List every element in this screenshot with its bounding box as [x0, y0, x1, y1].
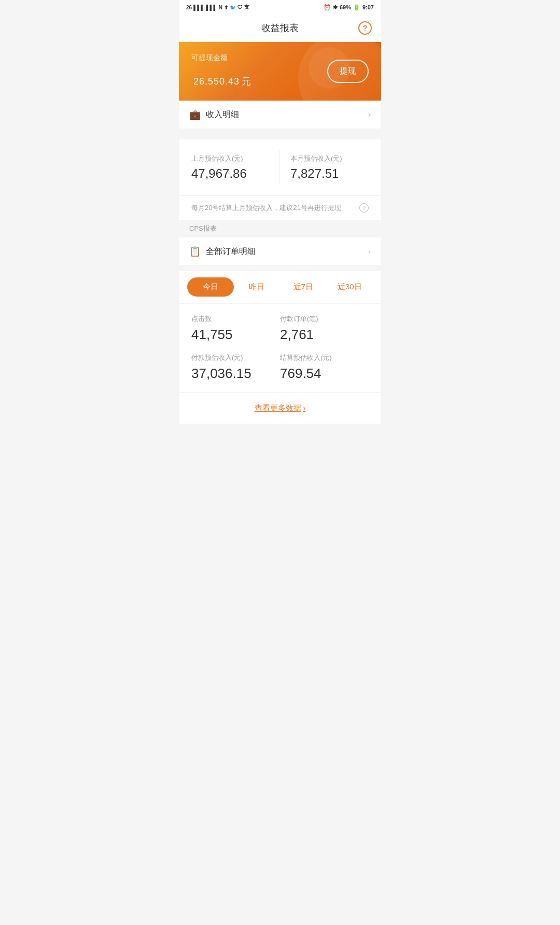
last-month-stat: 上月预估收入(元) 47,967.86	[191, 150, 280, 185]
nfc-icon: N	[219, 5, 222, 10]
battery-icon: 🔋	[353, 4, 360, 11]
banner-left: 可提现金额 26,550.43元	[191, 53, 251, 89]
clicks-item: 点击数 41,755	[191, 314, 280, 343]
time-text: 9:07	[362, 4, 374, 10]
order-icon: 📋	[189, 246, 201, 257]
tabs-row: 今日 昨日 近7日 近30日	[179, 271, 381, 303]
notice-help-button[interactable]: ?	[359, 203, 369, 213]
income-detail-label: 收入明细	[206, 109, 368, 120]
tab-yesterday[interactable]: 昨日	[234, 277, 281, 297]
last-month-value: 47,967.86	[191, 166, 269, 181]
tab-30days[interactable]: 近30日	[327, 277, 373, 297]
income-icon: 💼	[189, 109, 201, 120]
order-detail-arrow: ›	[368, 247, 371, 256]
estimated-label: 付款预估收入(元)	[191, 353, 280, 362]
orders-label: 付款订单(笔)	[280, 314, 369, 324]
help-button[interactable]: ?	[358, 21, 372, 35]
divider-2	[179, 266, 381, 271]
signal-bars: ▌▌▌	[193, 5, 204, 10]
settled-label: 结算预估收入(元)	[280, 353, 369, 362]
tab-today[interactable]: 今日	[187, 277, 234, 297]
settled-income-item: 结算预估收入(元) 769.54	[280, 353, 369, 382]
orders-item: 付款订单(笔) 2,761	[280, 314, 369, 343]
battery-text: 69%	[340, 4, 351, 10]
withdraw-button[interactable]: 提现	[327, 60, 369, 83]
income-detail-row[interactable]: 💼 收入明细 ›	[179, 101, 381, 129]
income-detail-arrow: ›	[368, 110, 371, 119]
cps-section-header: CPS报表	[179, 220, 381, 237]
bird-icon: 🐦	[230, 5, 236, 10]
this-month-stat: 本月预估收入(元) 7,827.51	[280, 150, 369, 185]
bluetooth-icon: ✱	[333, 4, 338, 11]
pay-icon: 支	[244, 4, 249, 11]
settled-value: 769.54	[280, 366, 369, 382]
page-title: 收益报表	[261, 22, 299, 34]
stats-section: 上月预估收入(元) 47,967.86 本月预估收入(元) 7,827.51	[179, 139, 381, 195]
tab-7days[interactable]: 近7日	[280, 277, 327, 297]
notice-text: 每月20号结算上月预估收入，建议21号再进行提现	[191, 203, 356, 213]
page-header: 收益报表 ?	[179, 15, 381, 42]
order-detail-label: 全部订单明细	[206, 246, 368, 257]
earnings-banner: 可提现金额 26,550.43元 提现	[179, 42, 381, 101]
status-right: ⏰ ✱ 69% 🔋 9:07	[324, 4, 374, 11]
status-left: 26 ▌▌▌ ▌▌▌ N ⬆ 🐦 🛡 支	[186, 4, 249, 11]
signal-text: 26	[186, 5, 192, 10]
footer-link-section: 查看更多数据›	[179, 393, 381, 424]
view-more-link[interactable]: 查看更多数据›	[255, 403, 306, 412]
order-detail-row[interactable]: 📋 全部订单明细 ›	[179, 237, 381, 266]
shield-icon: 🛡	[237, 5, 243, 10]
clicks-label: 点击数	[191, 314, 280, 324]
estimated-income-item: 付款预估收入(元) 37,036.15	[191, 353, 280, 382]
this-month-label: 本月预估收入(元)	[290, 154, 369, 163]
banner-amount: 26,550.43元	[191, 67, 251, 89]
signal-bars-2: ▌▌▌	[206, 5, 217, 10]
banner-label: 可提现金额	[191, 53, 251, 63]
data-section: 点击数 41,755 付款订单(笔) 2,761 付款预估收入(元) 37,03…	[179, 304, 381, 392]
estimated-value: 37,036.15	[191, 366, 280, 382]
alarm-icon: ⏰	[324, 4, 331, 11]
status-bar: 26 ▌▌▌ ▌▌▌ N ⬆ 🐦 🛡 支 ⏰ ✱ 69% 🔋 9:07	[179, 0, 381, 15]
data-grid: 点击数 41,755 付款订单(笔) 2,761 付款预估收入(元) 37,03…	[191, 314, 369, 382]
divider-1	[179, 129, 381, 134]
stats-grid: 上月预估收入(元) 47,967.86 本月预估收入(元) 7,827.51	[191, 150, 369, 185]
this-month-value: 7,827.51	[290, 166, 369, 181]
usb-icon: ⬆	[224, 5, 228, 10]
clicks-value: 41,755	[191, 327, 280, 343]
view-more-text: 查看更多数据	[255, 403, 301, 412]
last-month-label: 上月预估收入(元)	[191, 154, 269, 163]
notice-row: 每月20号结算上月预估收入，建议21号再进行提现 ?	[179, 195, 381, 220]
orders-value: 2,761	[280, 327, 369, 343]
view-more-arrow: ›	[303, 403, 306, 412]
